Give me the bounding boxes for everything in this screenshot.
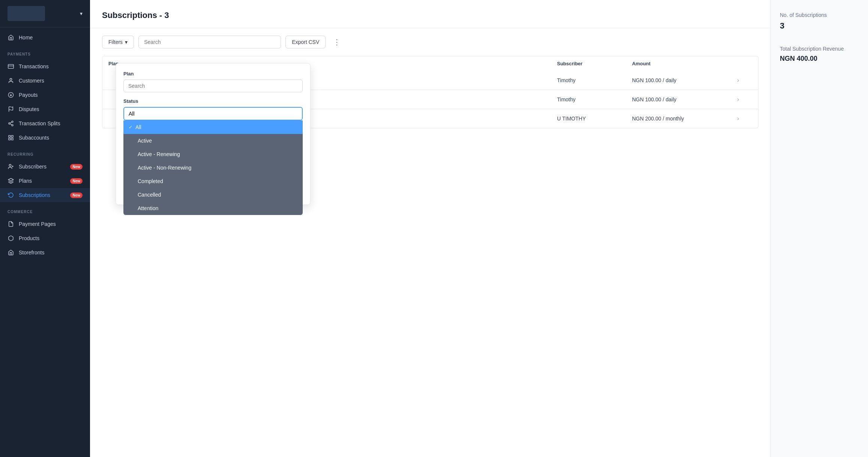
- svg-rect-14: [11, 138, 13, 140]
- sidebar-item-home[interactable]: Home: [0, 30, 90, 45]
- subscriber-header: Subscriber: [557, 61, 632, 66]
- logo: [8, 6, 45, 21]
- plan-search-input[interactable]: [123, 80, 303, 92]
- subscribers-new-badge: New: [70, 164, 83, 170]
- status-option-all[interactable]: ✓ All: [123, 120, 303, 134]
- revenue-value: NGN 400.00: [780, 55, 859, 63]
- sidebar-item-transaction-splits-label: Transaction Splits: [19, 120, 83, 126]
- sidebar-item-home-label: Home: [19, 35, 83, 41]
- chevron-down-icon[interactable]: ▾: [80, 11, 83, 17]
- sidebar-item-subscribers-label: Subscribers: [19, 164, 66, 170]
- status-option-all-label: All: [135, 124, 141, 130]
- svg-point-6: [12, 121, 13, 122]
- svg-point-15: [9, 164, 11, 166]
- more-options-button[interactable]: ⋮: [330, 36, 344, 48]
- sidebar-item-transaction-splits[interactable]: Transaction Splits: [0, 116, 90, 131]
- svg-rect-0: [8, 65, 14, 69]
- amount-header: Amount: [632, 61, 737, 66]
- sidebar-item-transactions-label: Transactions: [19, 63, 83, 69]
- sidebar-item-transactions[interactable]: Transactions: [0, 59, 90, 74]
- commerce-section-label: COMMERCE: [0, 202, 90, 217]
- status-option-active-label: Active: [138, 138, 152, 144]
- row-chevron-icon[interactable]: ›: [737, 115, 752, 122]
- sidebar-item-disputes-label: Disputes: [19, 106, 83, 112]
- filter-label: Filters: [108, 39, 123, 45]
- flag-icon: [8, 106, 14, 113]
- svg-point-7: [9, 123, 10, 124]
- svg-line-9: [10, 124, 12, 125]
- subscriber-cell: Timothy: [557, 77, 632, 83]
- sidebar: ▾ Home PAYMENTS Transactions Customers P…: [0, 0, 90, 457]
- sidebar-item-payouts[interactable]: Payouts: [0, 88, 90, 102]
- status-option-active[interactable]: Active: [123, 134, 303, 147]
- sidebar-item-storefronts-label: Storefronts: [19, 250, 83, 256]
- action-header: [737, 61, 752, 66]
- status-option-active-non-renewing[interactable]: Active - Non-Renewing: [123, 161, 303, 174]
- sidebar-item-customers[interactable]: Customers: [0, 74, 90, 88]
- svg-marker-18: [8, 178, 13, 181]
- status-option-completed-label: Completed: [138, 178, 163, 184]
- status-options-list: ✓ All Active Active - Renewing: [123, 120, 303, 215]
- box-icon: [8, 235, 14, 242]
- split-icon: [8, 120, 14, 127]
- plan-filter-label: Plan: [123, 71, 303, 77]
- svg-point-2: [10, 78, 12, 80]
- status-option-attention-label: Attention: [138, 205, 158, 211]
- sidebar-header: ▾: [0, 0, 90, 27]
- user-plus-icon: [8, 163, 14, 170]
- status-filter-label: Status: [123, 98, 303, 104]
- svg-rect-13: [9, 138, 11, 140]
- refresh-icon: [8, 192, 14, 198]
- subscriptions-new-badge: New: [70, 192, 83, 198]
- sidebar-item-disputes[interactable]: Disputes: [0, 102, 90, 116]
- status-select-box[interactable]: All: [123, 107, 303, 120]
- sidebar-item-payment-pages[interactable]: Payment Pages: [0, 217, 90, 231]
- svg-point-8: [12, 125, 13, 126]
- sidebar-item-subscriptions-label: Subscriptions: [19, 192, 66, 198]
- sidebar-item-payouts-label: Payouts: [19, 92, 83, 98]
- sidebar-item-customers-label: Customers: [19, 78, 83, 84]
- status-option-completed[interactable]: Completed: [123, 174, 303, 188]
- status-option-active-renewing[interactable]: Active - Renewing: [123, 147, 303, 161]
- page-title: Subscriptions - 3: [102, 11, 758, 20]
- subscriber-cell: U TIMOTHY: [557, 116, 632, 122]
- status-option-attention[interactable]: Attention: [123, 201, 303, 215]
- layers-icon: [8, 177, 14, 184]
- status-dropdown-container: All ✓ All Active Acti: [123, 107, 303, 120]
- export-csv-button[interactable]: Export CSV: [285, 36, 326, 48]
- status-option-active-non-renewing-label: Active - Non-Renewing: [138, 165, 191, 171]
- filter-panel: Plan Status All ✓ All Active: [116, 63, 311, 205]
- plans-new-badge: New: [70, 178, 83, 184]
- sidebar-item-storefronts[interactable]: Storefronts: [0, 245, 90, 260]
- home-icon: [8, 34, 14, 41]
- file-icon: [8, 221, 14, 227]
- status-option-cancelled[interactable]: Cancelled: [123, 188, 303, 201]
- credit-card-icon: [8, 63, 14, 70]
- amount-cell: NGN 200.00 / monthly: [632, 116, 737, 122]
- revenue-stat: Total Subscription Revenue NGN 400.00: [780, 46, 859, 63]
- amount-cell: NGN 100.00 / daily: [632, 96, 737, 102]
- recurring-section-label: RECURRING: [0, 145, 90, 159]
- svg-line-10: [10, 122, 12, 123]
- sidebar-item-subscribers[interactable]: Subscribers New: [0, 159, 90, 174]
- page-header: Subscriptions - 3: [90, 0, 770, 28]
- status-option-active-renewing-label: Active - Renewing: [138, 151, 180, 157]
- chevron-down-icon: ▾: [125, 39, 128, 45]
- filters-button[interactable]: Filters ▾: [102, 36, 134, 48]
- sidebar-item-subaccounts[interactable]: Subaccounts: [0, 131, 90, 145]
- svg-rect-11: [9, 135, 11, 137]
- sidebar-item-subaccounts-label: Subaccounts: [19, 135, 83, 141]
- search-input[interactable]: [138, 36, 281, 48]
- subscriber-cell: Timothy: [557, 96, 632, 102]
- sidebar-item-products[interactable]: Products: [0, 231, 90, 245]
- row-chevron-icon[interactable]: ›: [737, 96, 752, 103]
- download-circle-icon: [8, 92, 14, 98]
- sidebar-item-payment-pages-label: Payment Pages: [19, 221, 83, 227]
- content-area: Subscriptions - 3 Filters ▾ Export CSV ⋮…: [90, 0, 868, 457]
- sidebar-item-plans[interactable]: Plans New: [0, 174, 90, 188]
- sidebar-item-plans-label: Plans: [19, 178, 66, 184]
- svg-rect-12: [11, 135, 13, 137]
- search-box: [138, 36, 281, 48]
- row-chevron-icon[interactable]: ›: [737, 77, 752, 84]
- sidebar-item-subscriptions[interactable]: Subscriptions New: [0, 188, 90, 202]
